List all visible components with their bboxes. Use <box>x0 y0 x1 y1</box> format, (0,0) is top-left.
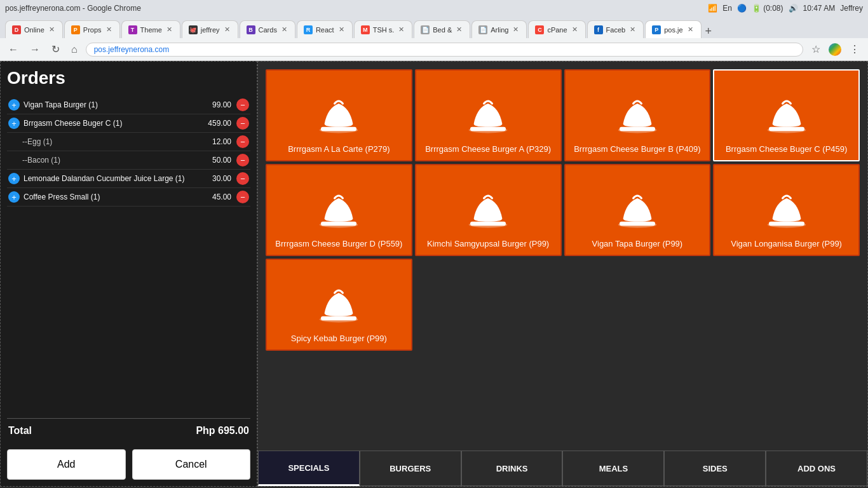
close-tab-cards[interactable]: ✕ <box>280 25 288 34</box>
tab-online[interactable]: D Online ✕ <box>5 20 63 38</box>
tab-cards[interactable]: B Cards ✕ <box>240 20 295 38</box>
item-name: Brrgasm Cheese Buger C (1) <box>24 119 193 128</box>
add-item-icon[interactable]: + <box>8 191 20 203</box>
menu-item-longanisa[interactable]: Vigan Longanisa Burger (P99) <box>713 164 860 256</box>
close-tab-online[interactable]: ✕ <box>48 25 56 34</box>
category-tabs: SPECIALS BURGERS DRINKS MEALS SIDES ADD … <box>258 451 867 486</box>
menu-item-cheeseD[interactable]: Brrrgasm Cheese Burger D (P559) <box>266 164 412 256</box>
svg-rect-3 <box>470 127 506 131</box>
remove-item-button[interactable]: − <box>236 172 249 185</box>
reload-button[interactable]: ↻ <box>48 42 63 57</box>
add-item-icon[interactable]: + <box>8 99 20 111</box>
tab-props[interactable]: P Props ✕ <box>64 20 120 38</box>
menu-panel: Brrrgasm A La Carte (P279) Brrrgasm Chee… <box>257 61 868 487</box>
bookmark-button[interactable]: ☆ <box>808 42 824 57</box>
menu-grid-area: Brrrgasm A La Carte (P279) Brrrgasm Chee… <box>258 62 867 451</box>
url-text: pos.jeffreynerona.com <box>94 45 170 54</box>
tab-bar: D Online ✕ P Props ✕ T Theme ✕ 🐙 jeffrey… <box>0 17 868 38</box>
cat-tab-meals[interactable]: MEALS <box>562 451 664 486</box>
menu-item-name: Brrrgasm Cheese Burger D (P559) <box>275 239 402 250</box>
window-title: pos.jeffreynerona.com - Google Chrome <box>5 4 141 13</box>
item-name: --Bacon (1) <box>22 156 193 165</box>
total-amount: Php 695.00 <box>196 425 249 437</box>
menu-item-kebab[interactable]: Spicy Kebab Burger (P99) <box>266 259 412 351</box>
add-button[interactable]: Add <box>7 449 126 480</box>
menu-item-cheeseB[interactable]: Brrrgasm Cheese Burger B (P409) <box>564 69 711 161</box>
tab-jeffrey[interactable]: 🐙 jeffrey ✕ <box>182 20 238 38</box>
menu-item-name: Vigan Longanisa Burger (P99) <box>731 239 842 250</box>
home-button[interactable]: ⌂ <box>68 43 81 57</box>
remove-item-button[interactable]: − <box>236 98 249 111</box>
close-tab-cpane[interactable]: ✕ <box>571 25 579 34</box>
tab-react[interactable]: R React ✕ <box>297 20 353 38</box>
lang-indicator: En <box>722 4 732 13</box>
svg-rect-11 <box>470 222 506 226</box>
menu-item-cheeseA[interactable]: Brrrgasm Cheese Burger A (P329) <box>415 69 562 161</box>
forward-button[interactable]: → <box>27 43 43 57</box>
item-price: 50.00 <box>193 156 231 165</box>
svg-rect-13 <box>620 222 655 226</box>
tab-faceb[interactable]: f Faceb ✕ <box>587 20 644 38</box>
cat-tab-drinks[interactable]: DRINKS <box>461 451 563 486</box>
remove-item-button[interactable]: − <box>236 191 249 203</box>
dish-icon <box>313 93 364 144</box>
close-tab-faceb[interactable]: ✕ <box>628 25 637 34</box>
menu-item-alacarte[interactable]: Brrrgasm A La Carte (P279) <box>266 69 412 161</box>
tab-cpane[interactable]: C cPane ✕ <box>528 20 585 38</box>
app-container: Orders + Vigan Tapa Burger (1) 99.00 − +… <box>0 61 868 487</box>
chrome-icon[interactable] <box>829 43 841 56</box>
back-button[interactable]: ← <box>5 43 22 57</box>
order-item: --Egg (1) 12.00 − <box>7 133 250 151</box>
close-tab-tsh[interactable]: ✕ <box>397 25 405 34</box>
total-label: Total <box>8 425 32 437</box>
menu-item-name: Brrrgasm Cheese Burger A (P329) <box>425 144 551 155</box>
dish-icon <box>612 93 663 144</box>
cat-tab-specials[interactable]: SPECIALS <box>258 451 360 486</box>
menu-item-cheeseC[interactable]: Brrgasm Cheese Buger C (P459) <box>713 69 860 161</box>
tab-theme[interactable]: T Theme ✕ <box>121 20 180 38</box>
wifi-icon: 📶 <box>708 4 717 13</box>
settings-button[interactable]: ⋮ <box>846 42 863 57</box>
svg-rect-7 <box>769 127 804 131</box>
tab-arling[interactable]: 📄 Arling ✕ <box>471 20 527 38</box>
add-item-icon[interactable]: + <box>8 118 20 129</box>
menu-item-name: Brrgasm Cheese Buger C (P459) <box>726 144 847 155</box>
menu-item-vigan[interactable]: Vigan Tapa Burger (P99) <box>564 164 711 256</box>
svg-rect-1 <box>321 127 356 131</box>
remove-item-button[interactable]: − <box>236 154 249 166</box>
close-tab-theme[interactable]: ✕ <box>165 25 173 34</box>
remove-item-button[interactable]: − <box>236 135 249 148</box>
close-tab-props[interactable]: ✕ <box>105 25 113 34</box>
cat-tab-sides[interactable]: SIDES <box>664 451 766 486</box>
close-tab-react[interactable]: ✕ <box>337 25 346 34</box>
remove-item-button[interactable]: − <box>236 117 249 130</box>
item-price: 459.00 <box>193 119 231 128</box>
close-tab-bed[interactable]: ✕ <box>455 25 463 34</box>
order-actions: Add Cancel <box>7 449 250 480</box>
tab-bed[interactable]: 📄 Bed & ✕ <box>414 20 470 38</box>
user-name: Jeffrey <box>840 4 863 13</box>
dish-icon <box>463 188 513 239</box>
order-item: + Lemonade Dalandan Cucumber Juice Large… <box>7 170 250 188</box>
order-item: + Coffee Press Small (1) 45.00 − <box>7 188 250 207</box>
orders-panel: Orders + Vigan Tapa Burger (1) 99.00 − +… <box>0 61 257 487</box>
close-tab-arling[interactable]: ✕ <box>512 25 520 34</box>
tab-pos[interactable]: P pos.je ✕ <box>645 20 701 38</box>
add-item-icon[interactable]: + <box>8 173 20 184</box>
address-bar: ← → ↻ ⌂ pos.jeffreynerona.com ☆ ⋮ <box>0 38 868 61</box>
menu-grid: Brrrgasm A La Carte (P279) Brrrgasm Chee… <box>266 69 860 351</box>
battery-icon: 🔋 (0:08) <box>752 4 783 13</box>
new-tab-button[interactable]: + <box>705 25 712 38</box>
close-tab-jeffrey[interactable]: ✕ <box>223 25 231 34</box>
menu-item-name: Kimchi Samgyupsal Burger (P99) <box>427 239 549 250</box>
cat-tab-burgers[interactable]: BURGERS <box>360 451 461 486</box>
close-tab-pos[interactable]: ✕ <box>686 25 695 34</box>
tab-tsh[interactable]: M TSH s. ✕ <box>354 20 413 38</box>
item-name: Vigan Tapa Burger (1) <box>24 100 193 109</box>
url-bar[interactable]: pos.jeffreynerona.com <box>86 43 803 57</box>
item-name: Coffee Press Small (1) <box>24 193 193 201</box>
dish-icon <box>612 188 663 239</box>
menu-item-kimchi[interactable]: Kimchi Samgyupsal Burger (P99) <box>415 164 562 256</box>
cat-tab-addons[interactable]: ADD ONS <box>766 451 867 486</box>
cancel-button[interactable]: Cancel <box>132 449 251 480</box>
